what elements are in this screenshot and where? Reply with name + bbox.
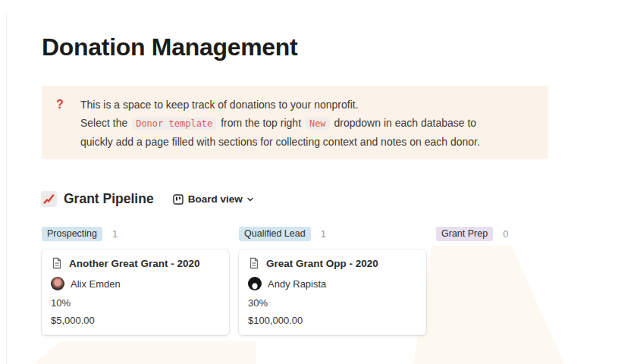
gif-ghost-artifact [29, 341, 256, 364]
chart-increasing-icon [41, 191, 57, 207]
avatar [248, 277, 262, 290]
column-header[interactable]: Grant Prep 0 [436, 226, 623, 241]
avatar [51, 277, 64, 290]
column-header[interactable]: Prospecting 1 [42, 226, 229, 241]
callout-line-2-text: dropdown in each database to [334, 117, 477, 129]
column-count: 1 [321, 228, 326, 240]
pipeline-title[interactable]: Grant Pipeline [64, 191, 154, 207]
board-column-prospecting: Prospecting 1 Another Great Grant - 2020… [42, 226, 229, 335]
status-badge[interactable]: Grant Prep [436, 227, 493, 241]
card-percent: 30% [248, 297, 417, 309]
card-percent: 10% [51, 297, 220, 309]
board-view-icon [173, 194, 184, 205]
grant-pipeline-header: Grant Pipeline Board view [41, 191, 254, 207]
board-column-qualified-lead: Qualified Lead 1 Great Grant Opp - 2020 … [239, 226, 426, 335]
page-left-divider [6, 14, 7, 364]
card-title: Another Great Grant - 2020 [69, 258, 200, 269]
question-mark-icon: ? [56, 96, 71, 149]
page-document-icon [248, 257, 260, 269]
card-person: Andy Rapista [268, 278, 326, 290]
new-code-chip: New [306, 118, 330, 130]
callout-line-3: quickly add a page filled with sections … [80, 133, 480, 151]
status-badge[interactable]: Prospecting [42, 227, 102, 241]
grant-pipeline-board: Prospecting 1 Another Great Grant - 2020… [42, 226, 633, 335]
grant-card[interactable]: Great Grant Opp - 2020 Andy Rapista 30% … [239, 249, 426, 335]
callout-line-2-text: from the top right [221, 117, 301, 129]
status-badge[interactable]: Qualified Lead [239, 227, 311, 241]
callout-line-2-text: Select the [80, 117, 127, 129]
callout-line-2: Select the Donor template from the top r… [80, 114, 480, 133]
page-document-icon [51, 257, 63, 269]
card-amount: $5,000.00 [51, 315, 220, 326]
column-header[interactable]: Qualified Lead 1 [239, 226, 426, 241]
column-count: 1 [112, 228, 118, 240]
page-title: Donation Management [42, 33, 297, 61]
card-title: Great Grant Opp - 2020 [266, 258, 378, 269]
card-amount: $100,000.00 [248, 315, 417, 326]
card-person: Alix Emden [71, 278, 121, 290]
callout-text: This is a space to keep track of donatio… [80, 96, 480, 149]
board-view-label: Board view [188, 193, 243, 205]
board-view-switcher[interactable]: Board view [173, 193, 254, 205]
board-column-grant-prep: Grant Prep 0 [436, 226, 623, 335]
grant-card[interactable]: Another Great Grant - 2020 Alix Emden 10… [42, 249, 229, 335]
donor-template-code-chip: Donor template [132, 118, 216, 130]
chevron-down-icon [246, 196, 254, 203]
column-count: 0 [503, 228, 508, 240]
notion-page: { "page": { "title": "Donation Managemen… [0, 0, 637, 364]
callout-block: ? This is a space to keep track of donat… [42, 86, 548, 159]
callout-line-1: This is a space to keep track of donatio… [80, 96, 480, 114]
